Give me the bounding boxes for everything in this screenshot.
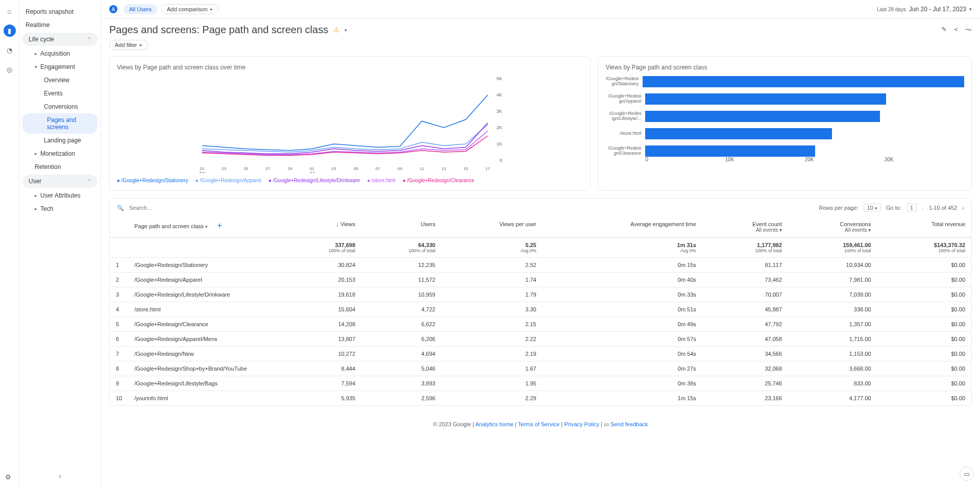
goto-label: Go to:	[886, 205, 901, 211]
col-users[interactable]: Users	[361, 217, 442, 237]
bar-chart-card: Views by Page path and screen class /Goo…	[598, 56, 972, 191]
sidebar-group-user[interactable]: User⌃	[22, 175, 97, 188]
admin-gear-icon[interactable]: ⚙	[5, 473, 11, 481]
footer-link-terms[interactable]: Terms of Service	[518, 421, 560, 427]
footer-link-analytics[interactable]: Analytics home	[475, 421, 513, 427]
sidebar-item-acquisition[interactable]: ▸Acquisition	[19, 47, 101, 60]
sidebar-item-tech[interactable]: ▸Tech	[19, 202, 101, 215]
bar-row: /Google+Redesi gn/Stationery	[605, 76, 964, 87]
chevron-down-icon: ▾	[969, 7, 972, 12]
chart-title: Views by Page path and screen class	[605, 64, 964, 71]
footer-link-privacy[interactable]: Privacy Policy	[564, 421, 599, 427]
bar-label: /Google+Redesi gn/Stationery	[605, 77, 639, 87]
sidebar-item-events[interactable]: Events	[19, 87, 101, 100]
bar-label: /store.html	[605, 131, 641, 136]
bar-row: /Google+Redesi gn/Clearance	[605, 145, 964, 157]
svg-text:11: 11	[420, 166, 424, 171]
sidebar-collapse[interactable]: ‹	[19, 465, 101, 487]
insights-icon[interactable]: 〜	[965, 26, 972, 35]
svg-text:29: 29	[288, 166, 292, 171]
add-filter-button[interactable]: Add filter +	[109, 40, 148, 50]
svg-text:03: 03	[332, 166, 336, 171]
table-row[interactable]: 5/Google+Redesign/Clearance14,2086,6222.…	[110, 317, 971, 332]
svg-text:1K: 1K	[497, 141, 502, 147]
next-page-button[interactable]: ›	[962, 205, 964, 211]
legend-item[interactable]: /Google+Redesign/Apparel	[195, 178, 261, 183]
reports-icon[interactable]: ▮	[4, 25, 16, 37]
svg-text:5K: 5K	[497, 76, 502, 81]
prev-page-button[interactable]: ‹	[922, 205, 924, 211]
col-views[interactable]: ↓ Views	[281, 217, 361, 237]
search-icon: 🔍	[117, 205, 124, 211]
col-aet[interactable]: Average engagement time	[543, 217, 702, 237]
bar	[645, 111, 879, 122]
sidebar-item-overview[interactable]: Overview	[19, 74, 101, 87]
share-icon[interactable]: <	[954, 26, 958, 35]
table-row[interactable]: 1/Google+Redesign/Stationery30,82412,235…	[110, 258, 971, 273]
legend-item[interactable]: /Google+Redesign/Stationery	[117, 178, 188, 183]
home-icon[interactable]: ⌂	[4, 5, 16, 17]
legend-item[interactable]: /Google+Redesign/Clearance	[403, 178, 474, 183]
sidebar-item-engagement[interactable]: ▾Engagement	[19, 60, 101, 74]
plus-icon: +	[210, 6, 213, 12]
svg-text:05: 05	[354, 166, 358, 171]
table-row[interactable]: 9/Google+Redesign/Lifestyle/Bags7,5943,8…	[110, 376, 971, 391]
advertising-icon[interactable]: ◎	[4, 63, 16, 76]
rows-per-page-select[interactable]: 10 ▾	[864, 204, 881, 212]
table-row[interactable]: 8/Google+Redesign/Shop+by+Brand/YouTube8…	[110, 361, 971, 376]
svg-text:07: 07	[376, 166, 380, 171]
col-vpu[interactable]: Views per user	[442, 217, 543, 237]
sidebar-group-lifecycle[interactable]: Life cycle⌃	[22, 33, 97, 46]
page-title: Pages and screens: Page path and screen …	[109, 24, 328, 36]
audience-badge: A	[109, 5, 117, 13]
table-row[interactable]: 3/Google+Redesign/Lifestyle/Drinkware19,…	[110, 287, 971, 302]
footer-link-feedback[interactable]: Send feedback	[610, 421, 648, 427]
customize-icon[interactable]: ✎	[941, 26, 947, 35]
sidebar-item-monetization[interactable]: ▸Monetization	[19, 147, 101, 160]
title-dropdown[interactable]: ▾	[345, 28, 347, 33]
table-row[interactable]: 4/store.html15,6044,7223.300m 51s45,8873…	[110, 302, 971, 317]
search-input[interactable]	[129, 205, 814, 211]
page-range: 1-10 of 452	[929, 205, 958, 211]
feedback-button[interactable]: ▭	[960, 467, 974, 481]
main-content: A All Users Add comparison + Last 28 day…	[101, 0, 980, 487]
sidebar-item-realtime[interactable]: Realtime	[19, 18, 101, 32]
add-dimension-button[interactable]: +	[217, 221, 222, 230]
col-conversions[interactable]: ConversionsAll events ▾	[788, 217, 877, 237]
svg-text:09: 09	[398, 166, 402, 171]
sidebar-item-retention[interactable]: Retention	[19, 160, 101, 174]
legend-item[interactable]: /store.html	[367, 178, 396, 183]
bar-chart: /Google+Redesi gn/Stationery/Google+Rede…	[605, 76, 964, 157]
date-range-picker[interactable]: Last 28 days Jun 20 - Jul 17, 2023 ▾	[877, 6, 972, 13]
line-chart: 5K4K3K2K1K021Jun2325272901Jul03050709111…	[117, 76, 583, 175]
bar-row: /Google+Redesi gn/Apparel	[605, 93, 964, 105]
explore-icon[interactable]: ◔	[4, 44, 16, 56]
dimension-header[interactable]: Page path and screen class ▾ +	[128, 217, 281, 237]
sidebar-item-reports-snapshot[interactable]: Reports snapshot	[19, 5, 101, 18]
sidebar-item-user-attributes[interactable]: ▸User Attributes	[19, 189, 101, 202]
all-users-pill[interactable]: All Users	[124, 4, 157, 14]
rows-per-page-label: Rows per page:	[819, 205, 859, 211]
line-chart-card: Views by Page path and screen class over…	[109, 56, 591, 191]
sidebar-item-conversions[interactable]: Conversions	[19, 100, 101, 113]
topbar: A All Users Add comparison + Last 28 day…	[101, 0, 980, 19]
sidebar-item-landing[interactable]: Landing page	[19, 134, 101, 147]
table-row[interactable]: 10/yourinfo.html5,9352,5962.291m 15s23,1…	[110, 391, 971, 406]
data-table-card: 🔍 Rows per page: 10 ▾ Go to: 1 ‹ 1-10 of…	[109, 198, 972, 406]
svg-text:23: 23	[222, 166, 226, 171]
svg-text:15: 15	[463, 166, 468, 171]
table-row[interactable]: 2/Google+Redesign/Apparel20,15311,5721.7…	[110, 273, 971, 287]
table-row[interactable]: 6/Google+Redesign/Apparel/Mens13,8076,20…	[110, 332, 971, 347]
footer: © 2023 Google | Analytics home | Terms o…	[101, 413, 980, 436]
warning-icon[interactable]: ⚠	[333, 26, 339, 34]
svg-text:3K: 3K	[497, 109, 502, 114]
bar-row: /store.html	[605, 128, 964, 139]
goto-input[interactable]: 1	[906, 204, 917, 212]
table-row[interactable]: 7/Google+Redesign/New10,2724,6942.190m 5…	[110, 347, 971, 361]
legend-item[interactable]: /Google+Redesign/Lifestyle/Drinkware	[268, 178, 360, 183]
col-event-count[interactable]: Event countAll events ▾	[702, 217, 788, 237]
bar-row: /Google+Redes ign/Lifestyle/...	[605, 111, 964, 122]
col-revenue[interactable]: Total revenue	[877, 217, 971, 237]
add-comparison-button[interactable]: Add comparison +	[161, 4, 218, 14]
sidebar-item-pages[interactable]: Pages and screens	[22, 113, 97, 134]
